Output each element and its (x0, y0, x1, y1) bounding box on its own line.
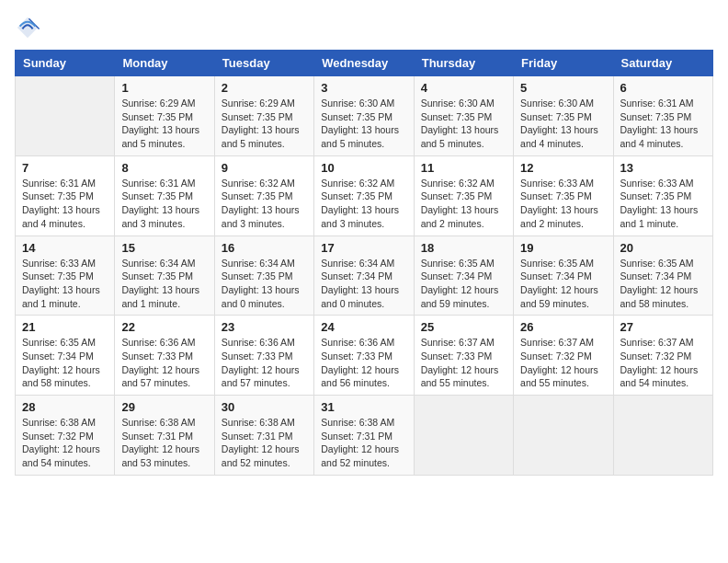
calendar-cell: 30Sunrise: 6:38 AM Sunset: 7:31 PM Dayli… (214, 396, 313, 476)
day-info: Sunrise: 6:30 AM Sunset: 7:35 PM Dayligh… (321, 97, 406, 151)
weekday-header-friday: Friday (514, 51, 613, 76)
day-info: Sunrise: 6:32 AM Sunset: 7:35 PM Dayligh… (321, 177, 406, 231)
day-number: 8 (121, 161, 207, 175)
day-number: 31 (321, 400, 406, 414)
day-info: Sunrise: 6:33 AM Sunset: 7:35 PM Dayligh… (520, 177, 606, 231)
calendar-cell: 3Sunrise: 6:30 AM Sunset: 7:35 PM Daylig… (314, 76, 414, 156)
day-number: 2 (222, 81, 307, 95)
day-info: Sunrise: 6:31 AM Sunset: 7:35 PM Dayligh… (121, 177, 207, 231)
day-number: 17 (321, 241, 406, 255)
calendar-cell: 28Sunrise: 6:38 AM Sunset: 7:32 PM Dayli… (16, 396, 115, 476)
day-info: Sunrise: 6:30 AM Sunset: 7:35 PM Dayligh… (520, 97, 606, 151)
day-number: 19 (520, 241, 606, 255)
weekday-header-tuesday: Tuesday (214, 51, 313, 76)
weekday-header-saturday: Saturday (613, 51, 712, 76)
logo (15, 15, 44, 40)
calendar-table: SundayMondayTuesdayWednesdayThursdayFrid… (15, 50, 713, 476)
day-info: Sunrise: 6:35 AM Sunset: 7:34 PM Dayligh… (22, 336, 108, 390)
calendar-cell: 25Sunrise: 6:37 AM Sunset: 7:33 PM Dayli… (414, 316, 513, 396)
day-info: Sunrise: 6:37 AM Sunset: 7:32 PM Dayligh… (520, 336, 606, 390)
day-number: 21 (22, 320, 108, 334)
day-number: 28 (22, 400, 108, 414)
day-info: Sunrise: 6:29 AM Sunset: 7:35 PM Dayligh… (222, 97, 307, 151)
day-info: Sunrise: 6:29 AM Sunset: 7:35 PM Dayligh… (121, 97, 207, 151)
calendar-cell: 22Sunrise: 6:36 AM Sunset: 7:33 PM Dayli… (115, 316, 214, 396)
day-number: 30 (222, 400, 307, 414)
day-info: Sunrise: 6:35 AM Sunset: 7:34 PM Dayligh… (421, 257, 506, 311)
calendar-cell: 13Sunrise: 6:33 AM Sunset: 7:35 PM Dayli… (613, 155, 712, 236)
day-number: 13 (620, 161, 706, 175)
day-number: 23 (222, 320, 307, 334)
weekday-header-wednesday: Wednesday (314, 51, 414, 76)
day-info: Sunrise: 6:36 AM Sunset: 7:33 PM Dayligh… (121, 336, 207, 390)
day-number: 27 (620, 320, 706, 334)
day-info: Sunrise: 6:33 AM Sunset: 7:35 PM Dayligh… (620, 177, 706, 231)
calendar-cell (613, 396, 712, 476)
calendar-cell: 9Sunrise: 6:32 AM Sunset: 7:35 PM Daylig… (214, 155, 313, 236)
calendar-week-2: 7Sunrise: 6:31 AM Sunset: 7:35 PM Daylig… (16, 155, 713, 236)
day-number: 24 (321, 320, 406, 334)
calendar-cell: 1Sunrise: 6:29 AM Sunset: 7:35 PM Daylig… (115, 76, 214, 156)
weekday-header-sunday: Sunday (16, 51, 115, 76)
calendar-cell (514, 396, 613, 476)
calendar-cell: 23Sunrise: 6:36 AM Sunset: 7:33 PM Dayli… (214, 316, 313, 396)
calendar-cell (16, 76, 115, 156)
day-info: Sunrise: 6:38 AM Sunset: 7:31 PM Dayligh… (321, 416, 406, 470)
day-number: 11 (421, 161, 506, 175)
day-number: 9 (222, 161, 307, 175)
day-number: 25 (421, 320, 506, 334)
calendar-cell (414, 396, 513, 476)
day-info: Sunrise: 6:37 AM Sunset: 7:33 PM Dayligh… (421, 336, 506, 390)
day-info: Sunrise: 6:38 AM Sunset: 7:31 PM Dayligh… (121, 416, 207, 470)
day-number: 10 (321, 161, 406, 175)
calendar-cell: 16Sunrise: 6:34 AM Sunset: 7:35 PM Dayli… (214, 236, 313, 316)
calendar-cell: 26Sunrise: 6:37 AM Sunset: 7:32 PM Dayli… (514, 316, 613, 396)
day-info: Sunrise: 6:31 AM Sunset: 7:35 PM Dayligh… (22, 177, 108, 231)
day-number: 1 (121, 81, 207, 95)
day-number: 26 (520, 320, 606, 334)
calendar-week-1: 1Sunrise: 6:29 AM Sunset: 7:35 PM Daylig… (16, 76, 713, 156)
calendar-cell: 12Sunrise: 6:33 AM Sunset: 7:35 PM Dayli… (514, 155, 613, 236)
calendar-cell: 17Sunrise: 6:34 AM Sunset: 7:34 PM Dayli… (314, 236, 414, 316)
calendar-cell: 29Sunrise: 6:38 AM Sunset: 7:31 PM Dayli… (115, 396, 214, 476)
calendar-cell: 2Sunrise: 6:29 AM Sunset: 7:35 PM Daylig… (214, 76, 313, 156)
day-info: Sunrise: 6:38 AM Sunset: 7:31 PM Dayligh… (222, 416, 307, 470)
calendar-cell: 8Sunrise: 6:31 AM Sunset: 7:35 PM Daylig… (115, 155, 214, 236)
day-number: 15 (121, 241, 207, 255)
svg-marker-0 (17, 17, 38, 38)
day-number: 7 (22, 161, 108, 175)
day-number: 18 (421, 241, 506, 255)
day-info: Sunrise: 6:36 AM Sunset: 7:33 PM Dayligh… (222, 336, 307, 390)
day-number: 22 (121, 320, 207, 334)
day-info: Sunrise: 6:32 AM Sunset: 7:35 PM Dayligh… (222, 177, 307, 231)
day-info: Sunrise: 6:35 AM Sunset: 7:34 PM Dayligh… (620, 257, 706, 311)
day-number: 6 (620, 81, 706, 95)
day-info: Sunrise: 6:38 AM Sunset: 7:32 PM Dayligh… (22, 416, 108, 470)
calendar-cell: 18Sunrise: 6:35 AM Sunset: 7:34 PM Dayli… (414, 236, 513, 316)
weekday-header-thursday: Thursday (414, 51, 513, 76)
day-info: Sunrise: 6:36 AM Sunset: 7:33 PM Dayligh… (321, 336, 406, 390)
calendar-cell: 14Sunrise: 6:33 AM Sunset: 7:35 PM Dayli… (16, 236, 115, 316)
page-header (15, 15, 713, 40)
calendar-cell: 5Sunrise: 6:30 AM Sunset: 7:35 PM Daylig… (514, 76, 613, 156)
calendar-header-row: SundayMondayTuesdayWednesdayThursdayFrid… (16, 51, 713, 76)
calendar-cell: 15Sunrise: 6:34 AM Sunset: 7:35 PM Dayli… (115, 236, 214, 316)
calendar-cell: 10Sunrise: 6:32 AM Sunset: 7:35 PM Dayli… (314, 155, 414, 236)
calendar-week-5: 28Sunrise: 6:38 AM Sunset: 7:32 PM Dayli… (16, 396, 713, 476)
calendar-cell: 19Sunrise: 6:35 AM Sunset: 7:34 PM Dayli… (514, 236, 613, 316)
day-number: 4 (421, 81, 506, 95)
day-info: Sunrise: 6:35 AM Sunset: 7:34 PM Dayligh… (520, 257, 606, 311)
day-info: Sunrise: 6:34 AM Sunset: 7:34 PM Dayligh… (321, 257, 406, 311)
logo-icon (15, 15, 40, 40)
calendar-cell: 27Sunrise: 6:37 AM Sunset: 7:32 PM Dayli… (613, 316, 712, 396)
calendar-week-4: 21Sunrise: 6:35 AM Sunset: 7:34 PM Dayli… (16, 316, 713, 396)
weekday-header-monday: Monday (115, 51, 214, 76)
calendar-week-3: 14Sunrise: 6:33 AM Sunset: 7:35 PM Dayli… (16, 236, 713, 316)
day-number: 3 (321, 81, 406, 95)
day-info: Sunrise: 6:31 AM Sunset: 7:35 PM Dayligh… (620, 97, 706, 151)
day-info: Sunrise: 6:30 AM Sunset: 7:35 PM Dayligh… (421, 97, 506, 151)
day-info: Sunrise: 6:32 AM Sunset: 7:35 PM Dayligh… (421, 177, 506, 231)
calendar-cell: 6Sunrise: 6:31 AM Sunset: 7:35 PM Daylig… (613, 76, 712, 156)
calendar-cell: 7Sunrise: 6:31 AM Sunset: 7:35 PM Daylig… (16, 155, 115, 236)
day-number: 16 (222, 241, 307, 255)
